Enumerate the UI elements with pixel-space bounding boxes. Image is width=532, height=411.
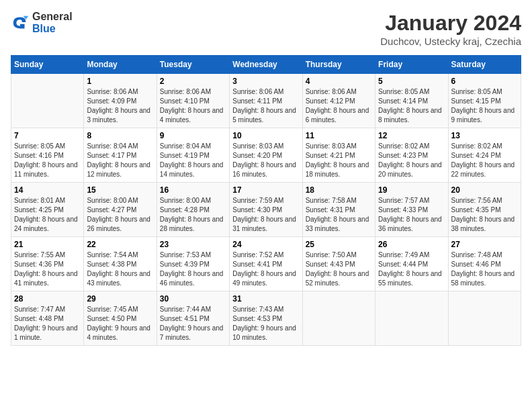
day-number: 21 [14,240,81,249]
calendar-cell: 2Sunrise: 8:06 AMSunset: 4:10 PMDaylight… [157,74,229,128]
calendar-cell: 17Sunrise: 7:59 AMSunset: 4:30 PMDayligh… [230,183,302,237]
day-number: 23 [160,240,226,249]
day-info: Sunrise: 7:49 AMSunset: 4:44 PMDaylight:… [378,250,445,288]
calendar-cell: 11Sunrise: 8:03 AMSunset: 4:21 PMDayligh… [302,128,375,183]
calendar-cell [11,74,84,128]
day-number: 19 [378,185,445,195]
day-info: Sunrise: 7:44 AMSunset: 4:51 PMDaylight:… [160,305,226,342]
calendar-cell: 31Sunrise: 7:43 AMSunset: 4:53 PMDayligh… [230,291,302,346]
location: Duchcov, Ustecky kraj, Czechia [380,36,521,47]
week-row-5: 28Sunrise: 7:47 AMSunset: 4:48 PMDayligh… [11,291,521,346]
month-title: January 2024 [380,11,521,36]
page-header: General Blue January 2024 Duchcov, Ustec… [11,11,521,47]
logo-text: General Blue [32,11,73,34]
calendar-cell: 9Sunrise: 8:04 AMSunset: 4:19 PMDaylight… [157,128,229,183]
day-info: Sunrise: 7:50 AMSunset: 4:43 PMDaylight:… [306,250,372,288]
calendar-cell: 3Sunrise: 8:06 AMSunset: 4:11 PMDaylight… [230,74,302,128]
calendar-cell: 22Sunrise: 7:54 AMSunset: 4:38 PMDayligh… [84,237,157,291]
day-header-friday: Friday [375,56,448,74]
calendar-cell: 15Sunrise: 8:00 AMSunset: 4:27 PMDayligh… [84,183,157,237]
day-info: Sunrise: 8:02 AMSunset: 4:23 PMDaylight:… [378,142,445,179]
calendar-cell [448,291,521,346]
day-number: 17 [232,185,299,195]
calendar-cell: 18Sunrise: 7:58 AMSunset: 4:31 PMDayligh… [302,183,375,237]
day-header-tuesday: Tuesday [157,56,229,74]
day-number: 24 [232,240,299,249]
day-number: 29 [87,294,153,304]
calendar-cell: 8Sunrise: 8:04 AMSunset: 4:17 PMDaylight… [84,128,157,183]
day-number: 1 [87,77,153,86]
day-info: Sunrise: 8:05 AMSunset: 4:15 PMDaylight:… [451,87,518,125]
day-number: 30 [160,294,226,304]
days-header-row: SundayMondayTuesdayWednesdayThursdayFrid… [11,56,521,74]
calendar-cell: 10Sunrise: 8:03 AMSunset: 4:20 PMDayligh… [230,128,302,183]
day-number: 9 [160,131,226,140]
calendar-cell: 21Sunrise: 7:55 AMSunset: 4:36 PMDayligh… [11,237,84,291]
day-info: Sunrise: 8:05 AMSunset: 4:14 PMDaylight:… [378,87,445,125]
day-header-wednesday: Wednesday [230,56,302,74]
calendar-cell: 5Sunrise: 8:05 AMSunset: 4:14 PMDaylight… [375,74,448,128]
day-number: 12 [378,131,445,140]
calendar-cell: 7Sunrise: 8:05 AMSunset: 4:16 PMDaylight… [11,128,84,183]
day-number: 4 [306,77,372,86]
day-info: Sunrise: 7:48 AMSunset: 4:46 PMDaylight:… [451,250,518,288]
day-number: 13 [451,131,518,140]
calendar-cell: 13Sunrise: 8:02 AMSunset: 4:24 PMDayligh… [448,128,521,183]
calendar-cell: 27Sunrise: 7:48 AMSunset: 4:46 PMDayligh… [448,237,521,291]
day-info: Sunrise: 7:57 AMSunset: 4:33 PMDaylight:… [378,196,445,234]
logo: General Blue [11,11,73,34]
calendar-cell: 29Sunrise: 7:45 AMSunset: 4:50 PMDayligh… [84,291,157,346]
calendar-cell: 30Sunrise: 7:44 AMSunset: 4:51 PMDayligh… [157,291,229,346]
day-info: Sunrise: 8:02 AMSunset: 4:24 PMDaylight:… [451,142,518,179]
day-info: Sunrise: 7:58 AMSunset: 4:31 PMDaylight:… [306,196,372,234]
calendar-cell: 4Sunrise: 8:06 AMSunset: 4:12 PMDaylight… [302,74,375,128]
logo-icon [11,13,30,32]
calendar-cell: 19Sunrise: 7:57 AMSunset: 4:33 PMDayligh… [375,183,448,237]
logo-general: General [32,11,73,23]
day-info: Sunrise: 8:06 AMSunset: 4:11 PMDaylight:… [232,87,299,125]
day-number: 6 [451,77,518,86]
day-info: Sunrise: 8:03 AMSunset: 4:21 PMDaylight:… [306,142,372,179]
day-number: 25 [306,240,372,249]
day-info: Sunrise: 7:47 AMSunset: 4:48 PMDaylight:… [14,305,81,342]
day-info: Sunrise: 7:54 AMSunset: 4:38 PMDaylight:… [87,250,153,288]
logo-blue: Blue [32,23,73,35]
calendar-table: SundayMondayTuesdayWednesdayThursdayFrid… [11,55,521,346]
day-header-monday: Monday [84,56,157,74]
week-row-3: 14Sunrise: 8:01 AMSunset: 4:25 PMDayligh… [11,183,521,237]
day-number: 20 [451,185,518,195]
calendar-cell: 20Sunrise: 7:56 AMSunset: 4:35 PMDayligh… [448,183,521,237]
day-info: Sunrise: 7:53 AMSunset: 4:39 PMDaylight:… [160,250,226,288]
day-header-sunday: Sunday [11,56,84,74]
day-number: 16 [160,185,226,195]
day-info: Sunrise: 8:05 AMSunset: 4:16 PMDaylight:… [14,142,81,179]
calendar-cell: 16Sunrise: 8:00 AMSunset: 4:28 PMDayligh… [157,183,229,237]
calendar-cell: 24Sunrise: 7:52 AMSunset: 4:41 PMDayligh… [230,237,302,291]
day-number: 27 [451,240,518,249]
day-info: Sunrise: 8:01 AMSunset: 4:25 PMDaylight:… [14,196,81,234]
day-info: Sunrise: 8:00 AMSunset: 4:27 PMDaylight:… [87,196,153,234]
calendar-cell: 28Sunrise: 7:47 AMSunset: 4:48 PMDayligh… [11,291,84,346]
day-info: Sunrise: 8:06 AMSunset: 4:12 PMDaylight:… [306,87,372,125]
day-number: 15 [87,185,153,195]
calendar-cell: 14Sunrise: 8:01 AMSunset: 4:25 PMDayligh… [11,183,84,237]
day-info: Sunrise: 7:43 AMSunset: 4:53 PMDaylight:… [232,305,299,342]
calendar-cell: 6Sunrise: 8:05 AMSunset: 4:15 PMDaylight… [448,74,521,128]
day-info: Sunrise: 8:03 AMSunset: 4:20 PMDaylight:… [232,142,299,179]
day-number: 5 [378,77,445,86]
day-header-thursday: Thursday [302,56,375,74]
calendar-cell: 23Sunrise: 7:53 AMSunset: 4:39 PMDayligh… [157,237,229,291]
day-number: 3 [232,77,299,86]
calendar-cell: 25Sunrise: 7:50 AMSunset: 4:43 PMDayligh… [302,237,375,291]
calendar-cell [302,291,375,346]
week-row-4: 21Sunrise: 7:55 AMSunset: 4:36 PMDayligh… [11,237,521,291]
day-number: 2 [160,77,226,86]
day-number: 8 [87,131,153,140]
title-block: January 2024 Duchcov, Ustecky kraj, Czec… [380,11,521,47]
day-number: 31 [232,294,299,304]
day-info: Sunrise: 7:56 AMSunset: 4:35 PMDaylight:… [451,196,518,234]
day-info: Sunrise: 8:04 AMSunset: 4:19 PMDaylight:… [160,142,226,179]
day-info: Sunrise: 7:55 AMSunset: 4:36 PMDaylight:… [14,250,81,288]
calendar-cell: 26Sunrise: 7:49 AMSunset: 4:44 PMDayligh… [375,237,448,291]
day-number: 14 [14,185,81,195]
